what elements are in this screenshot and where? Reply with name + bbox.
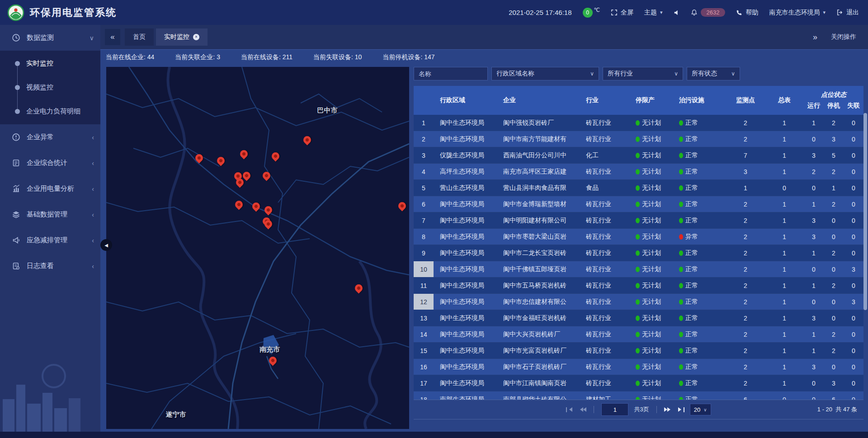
cell-stop: 3 <box>824 375 844 391</box>
table-row[interactable]: 3仪陇生态环境局西南油气田分公司川中化工无计划正常71350 <box>414 147 863 164</box>
map-panel[interactable]: 巴中市南充市遂宁市 <box>106 67 409 429</box>
industry-filter-select[interactable]: 所有行业 ∨ <box>603 67 683 80</box>
cell-index: 9 <box>414 245 434 261</box>
header-stop: 停机 <box>824 102 844 110</box>
region-filter-select[interactable]: 行政区域名称 ∨ <box>491 67 599 80</box>
total-pages-label: 共3页 <box>634 405 649 414</box>
last-page-button[interactable] <box>678 407 684 412</box>
bullet-icon <box>15 85 20 90</box>
cell-lost: 0 <box>844 343 863 358</box>
status-dot <box>679 250 683 256</box>
header-point-status-group: 点位状态 运行 停机 失联 <box>804 86 863 115</box>
logout-button[interactable]: 退出 <box>836 9 859 17</box>
table-row[interactable]: 10阆中生态环境局阆中千佛镇五郎垭页岩砖瓦行业无计划正常21003 <box>414 261 863 278</box>
data-monitor-icon <box>12 33 21 42</box>
facility-text: 正常 <box>685 217 698 225</box>
sidebar-subitem-label: 视频监控 <box>26 83 53 92</box>
prev-page-button[interactable] <box>578 407 586 412</box>
table-row[interactable]: 6阆中生态环境局阆中市金博瑞新型墙材砖瓦行业无计划正常21120 <box>414 196 863 212</box>
fullscreen-button[interactable]: 全屏 <box>611 9 633 17</box>
tab-realtime-monitor[interactable]: 实时监控 × <box>156 28 208 46</box>
table-row[interactable]: 18南部生态环境局南部县砌华土砖有限公建材加工无计划正常60060 <box>414 391 863 400</box>
sidebar-item-enterprise-alert[interactable]: 企业异常‹ <box>0 124 100 150</box>
sidebar-subitem-realtime-monitor[interactable]: 实时监控 <box>0 52 100 75</box>
theme-dropdown[interactable]: 主题 ▾ <box>644 9 663 17</box>
cell-lost: 0 <box>844 212 863 228</box>
sidebar-item-data-monitor[interactable]: 数据监测∨ <box>0 25 100 51</box>
close-operations-button[interactable]: 关闭操作 <box>831 33 856 41</box>
cell-limit-status: 无计划 <box>636 261 679 277</box>
table-row[interactable]: 8阆中生态环境局阆中市枣碧大梁山页岩砖瓦行业无计划异常21300 <box>414 229 863 245</box>
stat-value: 44 <box>147 53 155 61</box>
cell-region: 阆中生态环境局 <box>434 245 501 261</box>
cell-limit-status: 无计划 <box>636 212 679 228</box>
table-row[interactable]: 2阆中生态环境局阆中市南方节能建材有砖瓦行业无计划正常21030 <box>414 131 863 147</box>
sidebar-item-power-analysis[interactable]: 企业用电量分析‹ <box>0 176 100 202</box>
close-icon[interactable]: × <box>193 34 199 40</box>
region-filter-value: 行政区域名称 <box>496 70 534 78</box>
sidebar-subitem-power-load-detail[interactable]: 企业电力负荷明细 <box>0 99 100 123</box>
weather-widget: 0 ℃ <box>583 8 600 18</box>
sidebar-item-label: 数据监测 <box>27 33 90 42</box>
facility-text: 正常 <box>685 379 698 387</box>
next-page-button[interactable] <box>664 407 673 412</box>
cell-company: 阆中市光富页岩机砖厂 <box>501 343 586 358</box>
cell-facility-status: 正常 <box>679 147 726 163</box>
tab-home[interactable]: 首页 <box>125 28 154 46</box>
table-row[interactable]: 7阆中生态环境局阆中明阳建材有限公司砖瓦行业无计划正常21300 <box>414 212 863 229</box>
table-row[interactable]: 17阆中生态环境局阆中市江南镇阆南页岩砖瓦行业无计划正常21030 <box>414 375 863 391</box>
name-filter-input[interactable] <box>414 67 488 80</box>
page-number-input[interactable] <box>601 403 628 416</box>
table-row[interactable]: 12阆中生态环境局阆中市忠信建材有限公砖瓦行业无计划正常21003 <box>414 294 863 310</box>
sidebar-item-enterprise-stats[interactable]: 企业综合统计‹ <box>0 150 100 176</box>
status-dot <box>636 218 640 223</box>
total-count-label: 共 47 条 <box>835 406 857 413</box>
table-row[interactable]: 5营山生态环境局营山县润丰肉食品有限食品无计划正常10010 <box>414 180 863 196</box>
table-row[interactable]: 14阆中生态环境局阆中大兴页岩机砖厂砖瓦行业无计划正常21120 <box>414 326 863 343</box>
page-scrollbar-thumb[interactable] <box>863 113 867 310</box>
map-city-label: 巴中市 <box>317 106 338 115</box>
cell-index: 16 <box>414 359 434 375</box>
help-button[interactable]: 帮助 <box>736 9 758 17</box>
tabs-scroll-left-button[interactable]: « <box>105 29 120 45</box>
map-collapse-toggle[interactable]: ◀ <box>100 239 112 251</box>
stat-item-2: 当前在线设备: 211 <box>241 53 292 61</box>
cell-run: 3 <box>804 147 824 163</box>
cell-company: 阆中市二龙长宝页岩砖 <box>501 245 586 261</box>
status-dot <box>636 283 640 288</box>
cell-index: 5 <box>414 180 434 196</box>
table-row[interactable]: 9阆中生态环境局阆中市二龙长宝页岩砖砖瓦行业无计划正常21120 <box>414 245 863 261</box>
status-filter-select[interactable]: 所有状态 ∨ <box>687 67 740 80</box>
sound-mute-button[interactable] <box>674 9 680 16</box>
page-size-select[interactable]: 20 ∨ <box>690 404 711 415</box>
tabs-scroll-right-button[interactable]: » <box>813 33 817 42</box>
cell-lost: 0 <box>844 310 863 326</box>
cell-stop: 2 <box>824 115 844 131</box>
table-row[interactable]: 13阆中生态环境局阆中市金福旺页岩机砖砖瓦行业无计划正常21300 <box>414 310 863 326</box>
table-row[interactable]: 1阆中生态环境局阆中强锐页岩砖厂砖瓦行业无计划正常21120 <box>414 115 863 131</box>
cell-facility-status: 正常 <box>679 131 726 147</box>
table-row[interactable]: 4高坪生态环境局南充市高坪区王家店建砖瓦行业无计划正常31220 <box>414 164 863 180</box>
range-label: 1 - 20 <box>817 406 832 413</box>
sidebar-subitem-video-monitor[interactable]: 视频监控 <box>0 75 100 99</box>
notifications-button[interactable]: 2632 <box>691 8 726 17</box>
table-row[interactable]: 16阆中生态环境局阆中市石子页岩机砖厂砖瓦行业无计划正常21300 <box>414 359 863 375</box>
sidebar-item-emergency-reduction[interactable]: 应急减排管理‹ <box>0 227 100 253</box>
status-dot <box>679 316 683 321</box>
table-row[interactable]: 15阆中生态环境局阆中市光富页岩机砖厂砖瓦行业无计划正常21120 <box>414 343 863 359</box>
cell-run: 0 <box>804 180 824 196</box>
limit-text: 无计划 <box>642 314 661 322</box>
cell-facility-status: 正常 <box>679 278 726 293</box>
table-row[interactable]: 11阆中生态环境局阆中市五马桥页岩机砖砖瓦行业无计划正常21120 <box>414 278 863 294</box>
org-dropdown[interactable]: 南充市生态环境局 ▾ <box>769 9 826 17</box>
fullscreen-icon <box>611 9 618 16</box>
header-points: 监测点 <box>726 86 765 115</box>
first-page-button[interactable] <box>566 407 572 412</box>
sidebar-item-log-view[interactable]: 日志查看‹ <box>0 253 100 279</box>
cell-meters: 1 <box>765 375 804 391</box>
cell-points: 2 <box>726 375 765 391</box>
cell-company: 阆中市忠信建材有限公 <box>501 294 586 310</box>
sidebar-item-base-data[interactable]: 基础数据管理‹ <box>0 202 100 227</box>
cell-limit-status: 无计划 <box>636 180 679 196</box>
cell-run: 3 <box>804 359 824 375</box>
